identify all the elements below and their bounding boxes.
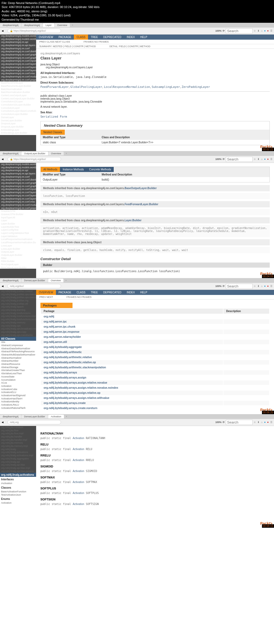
package-link[interactable]: org.deeplearning4j.models.word2vec.words… bbox=[0, 35, 36, 38]
package-link[interactable]: org.nd4j.linalg.activations bbox=[0, 451, 36, 454]
tab[interactable]: DenseLayer.Builder bbox=[21, 415, 48, 418]
class-link[interactable]: FeedForwardLayer bbox=[0, 135, 36, 135]
package-link[interactable]: org.nd4j.linalg.lossfunctions.serde bbox=[0, 318, 36, 321]
bookmark-icon[interactable]: ☆ bbox=[254, 29, 256, 32]
class-link[interactable]: BatchNormalization bbox=[0, 88, 36, 91]
addon-icon[interactable]: ● bbox=[264, 29, 265, 32]
package-link[interactable]: org.deeplearning4j.nn.api bbox=[0, 169, 36, 172]
class-link[interactable]: ActivationCube bbox=[0, 388, 36, 391]
package-link[interactable]: org.nd4j.bytebuddy.arithmetic.stackmanip… bbox=[44, 366, 106, 369]
package-link[interactable]: org.nd4j.bytebuddy.arrays.assign.relativ… bbox=[44, 386, 118, 389]
back-button[interactable]: ◀ bbox=[2, 421, 6, 424]
class-link[interactable]: DropoutLayer bbox=[0, 122, 36, 125]
package-link[interactable]: org.nd4j.linalg.ops.broadcast.row bbox=[0, 327, 36, 331]
nav-class[interactable]: CLASS bbox=[74, 35, 88, 40]
package-link[interactable]: org.nd4j.linalg bbox=[0, 448, 36, 451]
package-link[interactable]: org.deeplearning4j.nn.conf.preprocessor bbox=[0, 78, 36, 82]
class-link[interactable]: RBM bbox=[0, 257, 36, 260]
concrete-methods-tab[interactable]: Concrete Methods bbox=[86, 167, 114, 172]
home-icon[interactable]: ⌂ bbox=[261, 285, 262, 287]
package-link[interactable]: org.nd4j.bytebuddy.arrays.assign.relativ… bbox=[44, 381, 107, 384]
class-link[interactable]: LossLayer bbox=[0, 244, 36, 248]
all-methods-tab[interactable]: All Methods bbox=[41, 167, 60, 172]
class-link[interactable]: AbstractNormalizer bbox=[0, 357, 36, 360]
class-link[interactable]: ConvolutionLayer.BaseConvBuilder bbox=[0, 110, 36, 113]
package-link[interactable]: org.nd4j.aeron.ipc.response bbox=[44, 330, 79, 333]
package-link[interactable]: org.nd4j.aeron.util bbox=[44, 340, 67, 343]
package-link[interactable]: org.nd4j.linalg.lapack bbox=[0, 305, 36, 309]
tab[interactable]: Overview bbox=[48, 152, 64, 155]
class-link[interactable]: AbsValueGreaterThan bbox=[0, 369, 36, 372]
addon-icon[interactable]: ● bbox=[264, 285, 265, 287]
package-link[interactable]: org.deeplearning4j.nn.conf bbox=[0, 175, 36, 179]
addon-icon[interactable]: ● bbox=[267, 158, 269, 160]
reload-icon[interactable]: ⟳ bbox=[223, 285, 225, 287]
row-type[interactable]: OutputLayer bbox=[41, 177, 100, 182]
package-link[interactable]: org.nd4j.jita.memory bbox=[0, 441, 36, 445]
subclass-link[interactable]: SubsamplingLayer bbox=[152, 85, 180, 89]
package-link[interactable]: org.deeplearning4j.nn.conf.distribution bbox=[0, 178, 36, 182]
class-link[interactable]: Convolution1DLayer bbox=[0, 100, 36, 103]
class-link[interactable]: AbstractStorage bbox=[0, 366, 36, 369]
package-link[interactable]: org.deeplearning4j.nn.conf.preprocessor bbox=[0, 207, 36, 210]
class-link[interactable]: BatchNormalization.Builder bbox=[0, 91, 36, 94]
package-link[interactable]: org.nd4j.linalg.lossfunctions.impl bbox=[0, 315, 36, 318]
row-class[interactable]: Layer.Builder<T extends Layer.Builder<T>… bbox=[100, 140, 269, 145]
addon-icon[interactable]: ● bbox=[267, 285, 269, 287]
nav-help[interactable]: HELP bbox=[138, 290, 150, 295]
package-link[interactable]: org.nd4j.linalg.lossfunctions bbox=[0, 312, 36, 315]
package-link[interactable]: org.deeplearning4j.nn.conf.module bbox=[0, 75, 36, 78]
package-link[interactable]: org.nd4j.bytebuddy.arithmetic.relative bbox=[44, 356, 92, 359]
package-link[interactable]: org.nd4j.linalg.api bbox=[0, 460, 36, 464]
frames-links[interactable]: FRAMES NO FRAMES bbox=[83, 40, 109, 43]
prev-next[interactable]: PREV NEXT bbox=[39, 296, 53, 298]
menu-icon[interactable]: ☰ bbox=[270, 285, 272, 287]
subclass-link[interactable]: ZeroPaddingLayer bbox=[182, 85, 210, 89]
package-link[interactable]: org.nd4j.jita.flow bbox=[0, 429, 36, 432]
url-input[interactable]: 🔒 https://deeplearning4j.org/doc/ bbox=[7, 157, 61, 161]
home-icon[interactable]: ⌂ bbox=[261, 421, 262, 424]
package-link[interactable]: org.nd4j.linalg.jcublas.rng bbox=[0, 299, 36, 302]
subclass-link[interactable]: LocalResponseNormalization bbox=[104, 85, 150, 89]
package-link[interactable]: org.nd4j.jita.handler bbox=[0, 435, 36, 439]
class-link[interactable]: CenterLossOutputLayer bbox=[0, 94, 36, 97]
nav-tree[interactable]: TREE bbox=[88, 290, 101, 295]
class-link[interactable]: LayerConfigValidationTest bbox=[0, 232, 36, 235]
search-input[interactable] bbox=[226, 420, 253, 425]
class-link[interactable]: OutputLayer.Builder bbox=[0, 254, 36, 257]
class-link[interactable]: BaseActivationFunction bbox=[0, 490, 36, 493]
class-link[interactable]: InputTypeUtil bbox=[0, 216, 36, 219]
class-link[interactable]: Convolution1DLayer.Builder bbox=[0, 103, 36, 107]
nav-index[interactable]: INDEX bbox=[124, 290, 138, 295]
class-link[interactable]: AbstractNumber bbox=[0, 360, 36, 363]
detail-links[interactable]: DETAIL: FIELD | CONSTR | METHOD bbox=[109, 45, 150, 48]
class-link[interactable]: EmbeddingLayer.Builder bbox=[0, 132, 36, 135]
package-link[interactable]: org.deeplearning4j.nn.conf.layers.setup bbox=[0, 66, 36, 69]
addon-icon[interactable]: ● bbox=[264, 421, 265, 424]
class-link[interactable]: AbstractDataSetNormalizer bbox=[0, 347, 36, 350]
download-icon[interactable]: ⬇ bbox=[257, 285, 260, 287]
package-link[interactable]: org.deeplearning4j.nn.conf.distribution bbox=[0, 50, 36, 53]
package-link[interactable]: org.nd4j.linalg.api.blas bbox=[0, 463, 36, 467]
back-button[interactable]: ◀ bbox=[2, 29, 6, 32]
package-link[interactable]: org.deeplearning4j.nn.conf.inputs bbox=[0, 59, 36, 63]
class-link[interactable]: RnnOutputLayer.Builder bbox=[0, 266, 36, 269]
class-link[interactable]: GravesLSTM bbox=[0, 210, 36, 213]
tab[interactable]: deeplearning4j bbox=[0, 152, 21, 155]
frames-links[interactable]: FRAMES NO FRAMES bbox=[67, 296, 92, 298]
package-link[interactable]: org.deeplearning4j.models.word2vec.words… bbox=[0, 38, 36, 41]
class-link[interactable]: ConvolutionLayer bbox=[0, 107, 36, 110]
home-icon[interactable]: ⌂ bbox=[261, 158, 262, 160]
enum-link[interactable]: Activation bbox=[0, 501, 36, 505]
back-button[interactable]: ◀ bbox=[2, 285, 6, 287]
class-link[interactable]: DropoutLayer.Builder bbox=[0, 125, 36, 129]
tab[interactable]: deeplearning4j bbox=[0, 415, 21, 418]
class-link[interactable]: Layer.Builder bbox=[0, 222, 36, 226]
package-link[interactable]: org.deeplearning4j.models.word2vec.words… bbox=[0, 166, 36, 169]
download-icon[interactable]: ⬇ bbox=[257, 421, 260, 424]
nav-overview[interactable]: OVERVIEW bbox=[36, 35, 56, 40]
class-link[interactable]: RBM.Builder bbox=[0, 260, 36, 263]
package-link[interactable]: org.nd4j.linalg.activations.impl bbox=[0, 454, 36, 457]
package-link[interactable]: org.nd4j bbox=[44, 315, 54, 318]
class-link[interactable]: Layer bbox=[0, 219, 36, 222]
